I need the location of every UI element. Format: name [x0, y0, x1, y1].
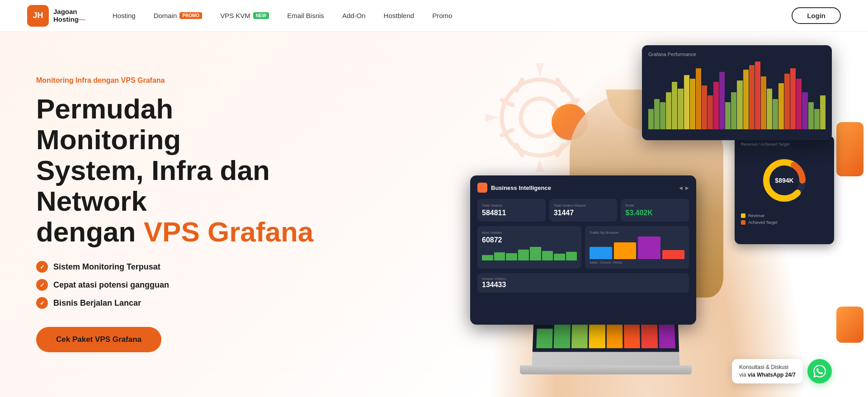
- stat-profit: Profit $3.402K: [621, 199, 689, 222]
- login-button[interactable]: Login: [792, 7, 841, 24]
- gauge-title: Revenue / Achieved Target: [741, 142, 828, 147]
- nav-hostblend[interactable]: Hostblend: [384, 12, 415, 19]
- whatsapp-button[interactable]: [807, 359, 832, 383]
- promo-badge: PROMO: [179, 12, 202, 19]
- check-icon-3: ✓: [36, 297, 48, 309]
- logo-icon: JH: [27, 5, 49, 27]
- hero-subtitle: Monitoring Infra dengan VPS Grafana: [36, 76, 316, 85]
- stat-unique-visitors: Unique Visitors 134433: [477, 273, 689, 293]
- chart-bars: [648, 61, 826, 129]
- stat-new-visitors: New Visitors 60872: [477, 226, 581, 269]
- navbar: JH Jagoan Hosting— Hosting Domain PROMO …: [0, 0, 868, 32]
- bi-title: Business Intelligence: [491, 184, 551, 191]
- revenue-gauge-card: Revenue / Achieved Target $894K Revenue: [735, 136, 834, 244]
- stat-value-profit: $3.402K: [625, 209, 684, 217]
- hero-title: Permudah Monitoring System, Infra dan Ne…: [36, 94, 316, 248]
- orange-square-bottom: [836, 307, 863, 343]
- stats-row-1: Total Visitors 584811 Total Orders Place…: [477, 199, 689, 222]
- hero-features-list: ✓ Sistem Monitoring Terpusat ✓ Cepat ata…: [36, 261, 316, 309]
- gauge-chart: $894K: [741, 151, 828, 210]
- logo[interactable]: JH Jagoan Hosting—: [27, 5, 85, 27]
- feature-item-1: ✓ Sistem Monitoring Terpusat: [36, 261, 316, 273]
- feature-item-3: ✓ Bisnis Berjalan Lancar: [36, 297, 316, 309]
- whatsapp-icon: [813, 365, 826, 378]
- whatsapp-tooltip: Konsultasi & Diskusi via via WhatsApp 24…: [732, 359, 803, 383]
- whatsapp-float: Konsultasi & Diskusi via via WhatsApp 24…: [732, 359, 832, 383]
- stat-total-visitors: Total Visitors 584811: [477, 199, 546, 222]
- hero-visual: Grafana Performance: [434, 32, 868, 397]
- nav-domain[interactable]: Domain PROMO: [154, 12, 202, 19]
- nav-hosting[interactable]: Hosting: [113, 12, 136, 19]
- bi-nav: ◀ ▶: [679, 185, 689, 190]
- gauge-value: $894K: [775, 177, 793, 184]
- stat-total-orders: Total Orders Placed 31447: [549, 199, 618, 222]
- nav-email-bisnis[interactable]: Email Bisnis: [287, 12, 324, 19]
- business-intelligence-card: Business Intelligence ◀ ▶ Total Visitors…: [470, 175, 696, 325]
- cta-button[interactable]: Cek Paket VPS Grafana: [36, 327, 161, 352]
- hero-section: Monitoring Infra dengan VPS Grafana Perm…: [0, 32, 868, 397]
- stat-value-orders: 31447: [554, 209, 613, 217]
- chart-title: Grafana Performance: [648, 52, 826, 57]
- unique-visitors-value: 134433: [482, 281, 684, 289]
- grafana-chart-card: Grafana Performance: [642, 45, 832, 140]
- stat-value-visitors: 584811: [482, 209, 541, 217]
- logo-text: Jagoan Hosting—: [53, 8, 85, 23]
- nav-links: Hosting Domain PROMO VPS KVM NEW Email B…: [113, 12, 792, 19]
- bi-icon: [477, 183, 487, 193]
- orange-square-top: [836, 122, 863, 176]
- check-icon-1: ✓: [36, 261, 48, 273]
- hero-content: Monitoring Infra dengan VPS Grafana Perm…: [0, 49, 353, 380]
- stats-row-2: New Visitors 60872 Traffic By Browse: [477, 226, 689, 269]
- nav-promo[interactable]: Promo: [432, 12, 452, 19]
- stat-value-new: 60872: [482, 236, 577, 244]
- stat-traffic-browser: Traffic By Browser Safari Chrome Firefox: [585, 226, 689, 269]
- new-badge: NEW: [253, 12, 269, 19]
- nav-addon[interactable]: Add-On: [342, 12, 366, 19]
- feature-item-2: ✓ Cepat atasi potensi gangguan: [36, 279, 316, 291]
- check-icon-2: ✓: [36, 279, 48, 291]
- laptop-base: [520, 365, 692, 374]
- nav-vps-kvm[interactable]: VPS KVM NEW: [220, 12, 269, 19]
